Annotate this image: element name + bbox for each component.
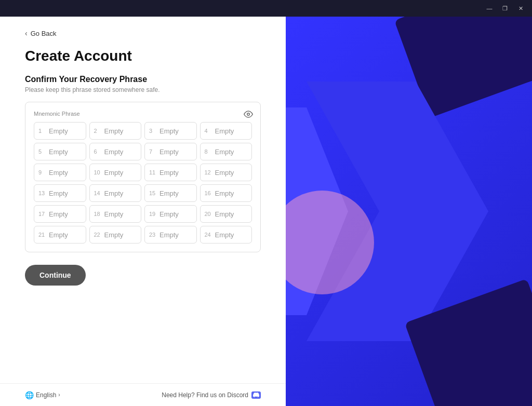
mnemonic-word-18: Empty — [104, 210, 124, 218]
mnemonic-grid: 1Empty2Empty3Empty4Empty5Empty6Empty7Emp… — [34, 122, 252, 243]
mnemonic-num-9: 9 — [38, 169, 46, 175]
mnemonic-num-21: 21 — [38, 232, 46, 238]
mnemonic-box: Mnemonic Phrase 1Empty2Empty3Empty4Empty… — [25, 102, 261, 252]
minimize-button[interactable]: — — [482, 3, 497, 13]
mnemonic-word-8: Empty — [215, 148, 234, 156]
mnemonic-cell-3[interactable]: 3Empty — [144, 122, 197, 140]
mnemonic-num-16: 16 — [205, 190, 212, 196]
mnemonic-num-23: 23 — [149, 232, 156, 238]
language-label: English — [36, 391, 56, 399]
maximize-button[interactable]: ❐ — [498, 3, 512, 13]
mnemonic-cell-18[interactable]: 18Empty — [89, 205, 142, 223]
discord-link[interactable]: Need Help? Find us on Discord — [162, 391, 261, 399]
mnemonic-cell-13[interactable]: 13Empty — [34, 184, 86, 202]
mnemonic-num-5: 5 — [38, 148, 46, 155]
mnemonic-word-11: Empty — [159, 169, 179, 177]
go-back-label: Go Back — [31, 30, 57, 37]
mnemonic-num-13: 13 — [38, 190, 46, 196]
svg-point-0 — [247, 113, 250, 116]
page-title: Create Account — [25, 48, 261, 64]
mnemonic-cell-10[interactable]: 10Empty — [89, 164, 142, 181]
mnemonic-cell-24[interactable]: 24Empty — [200, 226, 252, 243]
mnemonic-word-2: Empty — [104, 127, 124, 135]
discord-icon — [251, 391, 261, 399]
mnemonic-word-17: Empty — [49, 210, 68, 218]
mnemonic-cell-14[interactable]: 14Empty — [89, 184, 142, 202]
mnemonic-word-22: Empty — [104, 231, 124, 239]
mnemonic-num-18: 18 — [94, 211, 101, 217]
mnemonic-cell-4[interactable]: 4Empty — [200, 122, 252, 140]
mnemonic-cell-2[interactable]: 2Empty — [89, 122, 142, 140]
mnemonic-word-21: Empty — [49, 231, 68, 239]
mnemonic-cell-8[interactable]: 8Empty — [200, 143, 252, 160]
continue-button[interactable]: Continue — [25, 265, 86, 286]
eye-icon[interactable] — [244, 110, 253, 121]
back-chevron-icon: ‹ — [25, 29, 28, 37]
mnemonic-num-4: 4 — [205, 128, 212, 134]
mnemonic-num-22: 22 — [94, 232, 101, 238]
discord-text: Need Help? Find us on Discord — [162, 391, 248, 399]
mnemonic-word-10: Empty — [104, 169, 124, 177]
mnemonic-cell-23[interactable]: 23Empty — [144, 226, 197, 243]
mnemonic-num-8: 8 — [205, 148, 212, 155]
left-content: ‹ Go Back Create Account Confirm Your Re… — [0, 17, 286, 383]
close-button[interactable]: ✕ — [513, 3, 528, 13]
mnemonic-num-2: 2 — [94, 128, 101, 134]
mnemonic-cell-17[interactable]: 17Empty — [34, 205, 86, 223]
mnemonic-cell-20[interactable]: 20Empty — [200, 205, 252, 223]
mnemonic-num-17: 17 — [38, 211, 46, 217]
left-footer: 🌐 English › Need Help? Find us on Discor… — [0, 383, 286, 406]
mnemonic-cell-19[interactable]: 19Empty — [144, 205, 197, 223]
mnemonic-word-4: Empty — [215, 127, 234, 135]
mnemonic-word-1: Empty — [49, 127, 68, 135]
mnemonic-word-19: Empty — [159, 210, 179, 218]
mnemonic-word-3: Empty — [159, 127, 179, 135]
mnemonic-num-1: 1 — [38, 128, 46, 134]
mnemonic-cell-22[interactable]: 22Empty — [89, 226, 142, 243]
mnemonic-num-15: 15 — [149, 190, 156, 196]
mnemonic-word-7: Empty — [159, 148, 179, 156]
mnemonic-cell-11[interactable]: 11Empty — [144, 164, 197, 181]
mnemonic-num-3: 3 — [149, 128, 156, 134]
mnemonic-num-24: 24 — [205, 232, 212, 238]
mnemonic-num-14: 14 — [94, 190, 101, 196]
mnemonic-num-20: 20 — [205, 211, 212, 217]
mnemonic-num-6: 6 — [94, 148, 101, 155]
language-selector[interactable]: 🌐 English › — [25, 391, 60, 399]
mnemonic-word-5: Empty — [49, 148, 68, 156]
mnemonic-num-12: 12 — [205, 169, 212, 175]
mnemonic-cell-7[interactable]: 7Empty — [144, 143, 197, 160]
mnemonic-cell-9[interactable]: 9Empty — [34, 164, 86, 181]
right-panel — [286, 17, 532, 406]
mnemonic-cell-1[interactable]: 1Empty — [34, 122, 86, 140]
mnemonic-num-10: 10 — [94, 169, 101, 175]
mnemonic-cell-15[interactable]: 15Empty — [144, 184, 197, 202]
mnemonic-num-7: 7 — [149, 148, 156, 155]
section-title: Confirm Your Recovery Phrase — [25, 75, 261, 84]
lang-chevron-icon: › — [58, 392, 60, 398]
mnemonic-cell-5[interactable]: 5Empty — [34, 143, 86, 160]
globe-icon: 🌐 — [25, 391, 34, 399]
mnemonic-cell-16[interactable]: 16Empty — [200, 184, 252, 202]
section-subtitle: Please keep this phrase stored somewhere… — [25, 86, 261, 93]
mnemonic-word-24: Empty — [215, 231, 234, 239]
mnemonic-word-6: Empty — [104, 148, 124, 156]
titlebar: — ❐ ✕ — [0, 0, 532, 17]
left-panel: ‹ Go Back Create Account Confirm Your Re… — [0, 17, 286, 406]
mnemonic-cell-12[interactable]: 12Empty — [200, 164, 252, 181]
go-back-button[interactable]: ‹ Go Back — [25, 29, 261, 37]
mnemonic-word-12: Empty — [215, 169, 234, 177]
mnemonic-word-20: Empty — [215, 210, 234, 218]
mnemonic-cell-21[interactable]: 21Empty — [34, 226, 86, 243]
main-layout: ‹ Go Back Create Account Confirm Your Re… — [0, 17, 532, 406]
mnemonic-cell-6[interactable]: 6Empty — [89, 143, 142, 160]
mnemonic-word-9: Empty — [49, 169, 68, 177]
mnemonic-word-15: Empty — [159, 190, 179, 197]
mnemonic-num-11: 11 — [149, 169, 156, 175]
mnemonic-word-13: Empty — [49, 190, 68, 197]
mnemonic-label: Mnemonic Phrase — [34, 111, 252, 117]
mnemonic-word-14: Empty — [104, 190, 124, 197]
mnemonic-word-23: Empty — [159, 231, 179, 239]
mnemonic-word-16: Empty — [215, 190, 234, 197]
mnemonic-num-19: 19 — [149, 211, 156, 217]
